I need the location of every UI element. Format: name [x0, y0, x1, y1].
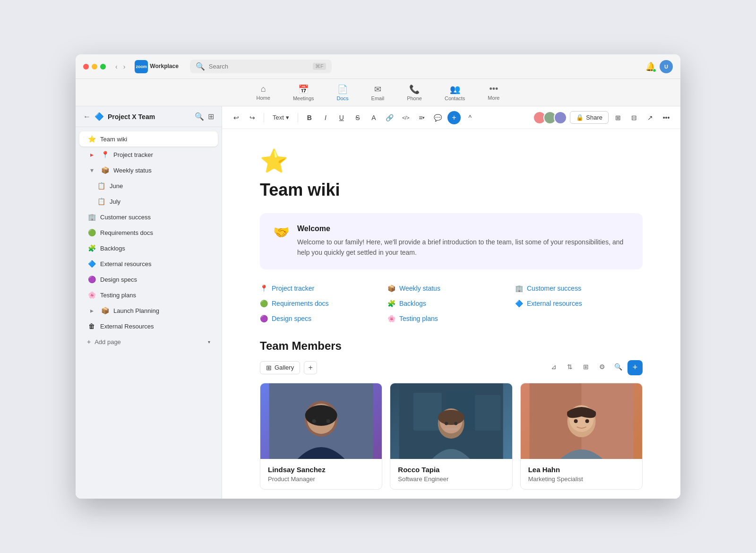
team-card-lea[interactable]: Lea Hahn Marketing Specialist — [520, 383, 643, 490]
link-external-resources-label[interactable]: External resources — [527, 300, 582, 307]
code-button[interactable]: </> — [399, 111, 412, 124]
sidebar-item-team-wiki[interactable]: ⭐ Team wiki — [79, 131, 218, 147]
nav-contacts-label: Contacts — [445, 95, 465, 101]
link-customer-success-label[interactable]: Customer success — [527, 285, 581, 292]
collapse-button[interactable]: ^ — [464, 111, 477, 124]
weekly-status-expand-icon: ▾ — [87, 166, 96, 174]
nav-contacts[interactable]: 👥 Contacts — [433, 80, 476, 105]
toolbar-divider-2 — [298, 113, 298, 122]
link-requirements-docs[interactable]: 🟢 Requirements docs — [260, 300, 387, 307]
redo-button[interactable]: ↪ — [246, 111, 259, 124]
notification-bell[interactable]: 🔔 — [645, 61, 656, 72]
sidebar-item-july[interactable]: 📋 July — [79, 194, 218, 209]
align-button[interactable]: ≡ ▾ — [415, 111, 429, 124]
link-design-specs[interactable]: 🟣 Design specs — [260, 315, 387, 322]
link-button[interactable]: 🔗 — [383, 111, 396, 124]
text-style-dropdown[interactable]: Text ▾ — [269, 111, 293, 124]
link-weekly-status-label[interactable]: Weekly status — [399, 285, 440, 292]
underline-button[interactable]: U — [335, 111, 348, 124]
search-gallery-icon[interactable]: 🔍 — [611, 360, 625, 373]
sidebar-search-icon[interactable]: 🔍 — [195, 112, 204, 121]
strikethrough-button[interactable]: S — [351, 111, 364, 124]
minimize-button[interactable] — [92, 64, 97, 69]
welcome-icon: 🤝 — [273, 225, 290, 240]
traffic-lights — [83, 64, 106, 69]
nav-home[interactable]: ⌂ Home — [245, 80, 282, 104]
sidebar-item-project-tracker[interactable]: ▸ 📍 Project tracker — [79, 147, 218, 162]
link-design-specs-icon: 🟣 — [260, 315, 268, 322]
add-view-button[interactable]: + — [304, 361, 317, 374]
more-options-button[interactable]: ••• — [660, 111, 673, 124]
team-member-name-lindsay: Lindsay Sanchez — [268, 466, 374, 474]
sidebar-item-requirements-docs[interactable]: 🟢 Requirements docs — [79, 225, 218, 240]
sidebar-item-external-resources[interactable]: 🔷 External resources — [79, 256, 218, 271]
italic-button[interactable]: I — [319, 111, 332, 124]
external-link-button[interactable]: ↗ — [644, 111, 657, 124]
link-external-resources-icon: 🔷 — [515, 300, 523, 307]
close-button[interactable] — [83, 64, 89, 69]
app-window: ‹ › zoom Workplace 🔍 ⌘F 🔔 U ⌂ Home 📅 Mee… — [76, 54, 680, 499]
filter-icon[interactable]: ⊿ — [547, 360, 560, 373]
sidebar-item-external-resources-2[interactable]: 🗑 External Resources — [79, 319, 218, 334]
nav-email[interactable]: ✉ Email — [360, 80, 396, 105]
sidebar-item-backlogs[interactable]: 🧩 Backlogs — [79, 241, 218, 256]
link-backlogs[interactable]: 🧩 Backlogs — [387, 300, 515, 307]
sidebar-item-weekly-status[interactable]: ▾ 📦 Weekly status — [79, 163, 218, 178]
team-card-rocco[interactable]: Rocco Tapia Software Engineer — [390, 383, 512, 490]
sidebar-item-customer-success[interactable]: 🏢 Customer success — [79, 209, 218, 225]
titlebar: ‹ › zoom Workplace 🔍 ⌘F 🔔 U — [76, 54, 680, 79]
link-weekly-status[interactable]: 📦 Weekly status — [387, 285, 515, 292]
add-page-button[interactable]: + Add page ▾ — [79, 334, 218, 349]
team-card-lindsay[interactable]: Lindsay Sanchez Product Manager — [260, 383, 382, 490]
link-requirements-docs-label[interactable]: Requirements docs — [272, 300, 329, 307]
comment-button[interactable]: 💬 — [431, 111, 445, 124]
sidebar-item-launch-planning[interactable]: ▸ 📦 Launch Planning — [79, 303, 218, 318]
lock-icon: 🔒 — [576, 114, 584, 121]
sidebar-item-design-specs[interactable]: 🟣 Design specs — [79, 272, 218, 287]
sidebar-customer-success-label: Customer success — [100, 214, 151, 221]
launch-planning-expand-icon: ▸ — [87, 307, 96, 314]
bold-button[interactable]: B — [303, 111, 316, 124]
sidebar-layout-icon[interactable]: ⊞ — [208, 112, 214, 121]
settings-icon[interactable]: ⚙ — [595, 360, 609, 373]
link-external-resources[interactable]: 🔷 External resources — [515, 300, 643, 307]
link-backlogs-label[interactable]: Backlogs — [399, 300, 426, 307]
add-button[interactable]: + — [447, 111, 461, 124]
back-arrow[interactable]: ‹ — [113, 62, 120, 71]
sidebar-item-testing-plans[interactable]: 🌸 Testing plans — [79, 287, 218, 302]
panel-button[interactable]: ⊟ — [627, 111, 641, 124]
nav-phone[interactable]: 📞 Phone — [395, 80, 433, 105]
share-button[interactable]: 🔒 Share — [570, 111, 609, 124]
gallery-view-button[interactable]: ⊞ Gallery — [260, 361, 300, 374]
maximize-button[interactable] — [100, 64, 106, 69]
backlogs-icon: 🧩 — [87, 244, 96, 252]
nav-meetings[interactable]: 📅 Meetings — [282, 80, 326, 105]
sidebar-item-june[interactable]: 📋 June — [79, 178, 218, 193]
add-record-button[interactable]: + — [627, 360, 643, 375]
font-color-button[interactable]: A — [367, 111, 380, 124]
sidebar-june-label: June — [110, 182, 123, 190]
link-customer-success[interactable]: 🏢 Customer success — [515, 285, 643, 292]
sort-icon[interactable]: ⇅ — [563, 360, 576, 373]
nav-docs[interactable]: 📄 Docs — [326, 80, 360, 105]
link-weekly-status-icon: 📦 — [387, 285, 395, 292]
sidebar-external-resources-2-label: External Resources — [100, 323, 154, 330]
team-wiki-icon: ⭐ — [87, 135, 96, 143]
undo-button[interactable]: ↩ — [230, 111, 243, 124]
user-avatar[interactable]: U — [660, 60, 673, 73]
fields-icon[interactable]: ⊞ — [579, 360, 593, 373]
link-project-tracker-label[interactable]: Project tracker — [272, 285, 314, 292]
expand-view-button[interactable]: ⊞ — [611, 111, 625, 124]
svg-point-13 — [445, 422, 448, 425]
link-project-tracker[interactable]: 📍 Project tracker — [260, 285, 387, 292]
sidebar: ← 🔷 Project X Team 🔍 ⊞ ⭐ Team wiki ▸ 📍 P… — [76, 106, 222, 499]
search-bar[interactable]: 🔍 ⌘F — [190, 60, 332, 73]
sidebar-back-button[interactable]: ← — [83, 112, 91, 121]
link-testing-plans-label[interactable]: Testing plans — [399, 315, 438, 322]
link-testing-plans[interactable]: 🌸 Testing plans — [387, 315, 515, 322]
forward-arrow[interactable]: › — [121, 62, 128, 71]
nav-more[interactable]: ••• More — [476, 80, 511, 104]
text-style-chevron-icon: ▾ — [286, 114, 289, 121]
search-input[interactable] — [209, 63, 309, 70]
link-design-specs-label[interactable]: Design specs — [272, 315, 311, 322]
